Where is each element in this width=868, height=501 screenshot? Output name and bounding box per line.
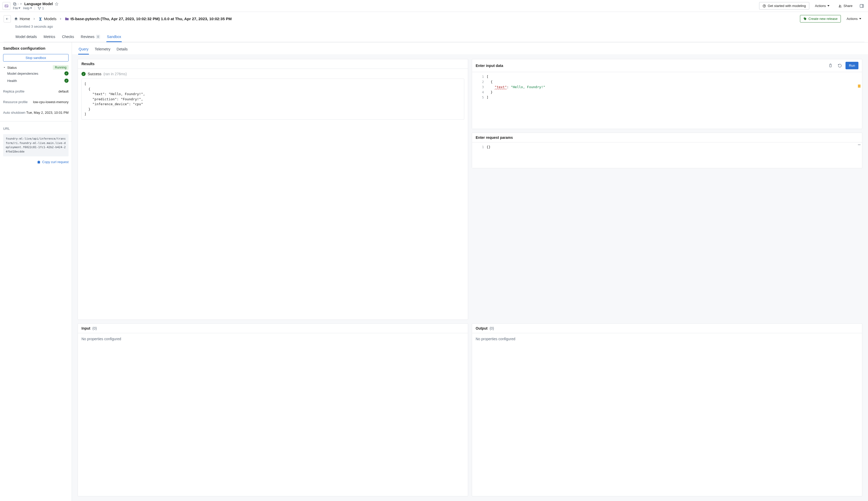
svg-rect-10 [860,4,864,8]
folder-icon [65,17,69,21]
breadcrumb-current: t5-base-pytorch (Thu, Apr 27, 2023, 10:0… [65,17,232,21]
tag-icon [803,17,807,21]
release-actions-button[interactable]: Actions [844,15,864,22]
breadcrumb-current-label: t5-base-pytorch (Thu, Apr 27, 2023, 10:0… [70,17,232,21]
reviews-count-badge: 0 [96,35,100,39]
chevron-right-icon [33,17,36,20]
svg-rect-2 [14,3,16,5]
back-button[interactable] [4,15,11,22]
create-release-button[interactable]: Create new release [800,15,841,22]
result-json[interactable]: [ { "text": "Hello, Foundry!", "predicti… [82,78,464,120]
chevron-down-icon [3,66,6,69]
copy-curl-button[interactable]: Copy curl request [3,160,68,164]
release-actions-label: Actions [847,17,858,21]
subtab-details[interactable]: Details [116,45,128,54]
svg-point-3 [38,7,39,8]
clipboard-icon [37,160,41,164]
menu-file-label: File [13,7,18,10]
copy-curl-label: Copy curl request [42,160,68,164]
menu-help-label: Help [23,7,30,10]
auto-shutdown-label: Auto shutdown [3,111,25,115]
get-started-button[interactable]: Get started with modeling [759,2,809,10]
tab-sandbox[interactable]: Sandbox [106,32,121,42]
request-params-editor[interactable]: 1 {} [472,142,862,168]
create-release-label: Create new release [808,17,838,21]
caret-down-icon [30,8,32,9]
help-circle-icon [762,4,766,8]
caret-down-icon [18,8,20,9]
main: Query Telemetry Details Enter input data [72,42,868,501]
editor-gutter: 1 [472,142,487,168]
replica-value: default [59,89,68,93]
people-icon [838,4,842,8]
svg-point-11 [804,18,805,18]
branch-indicator[interactable]: 1 [38,7,44,10]
svg-rect-1 [13,3,15,5]
chevron-right-icon [20,3,22,5]
sidebar: Sandbox configuration Stop sandbox Statu… [0,42,72,501]
branch-icon [38,7,41,10]
svg-point-5 [39,9,40,9]
topbar-actions-button[interactable]: Actions [812,2,833,9]
status-section-toggle[interactable]: Status Running [3,65,68,70]
output-schema-title: Output [476,326,488,330]
stop-sandbox-button[interactable]: Stop sandbox [3,54,68,62]
status-label: Status [7,66,17,70]
check-circle-icon: ✓ [64,78,68,83]
tab-metrics[interactable]: Metrics [43,32,56,42]
share-button[interactable]: Share [835,2,856,9]
branch-count: 1 [42,7,44,10]
model-deps-row: Model dependencies ✓ [3,70,68,77]
breadcrumb-models-label: Models [44,17,56,21]
tab-checks[interactable]: Checks [62,32,75,42]
subtab-telemetry[interactable]: Telemetry [94,45,111,54]
warning-marker-icon [858,85,860,88]
star-icon[interactable] [55,2,59,6]
input-schema-panel: Input (0) No properties configured [77,323,468,496]
svg-point-8 [839,5,840,6]
clipboard-button[interactable] [827,62,834,69]
topbar-left: - Language Model File Help 1 [13,2,59,10]
editor-code[interactable]: [ { "text": "Hello, Foundry!" }] [487,72,862,129]
input-schema-empty: No properties configured [78,333,468,344]
tab-reviews-label: Reviews [81,35,94,39]
menu-help[interactable]: Help [23,7,32,10]
resource-value: low-cpu-lowest-memory [33,100,68,104]
panel-right-icon[interactable] [858,2,865,10]
health-label: Health [7,79,17,83]
tab-reviews[interactable]: Reviews 0 [80,32,100,42]
result-status-label: Success [88,72,102,76]
breadcrumb: Home Models t5-base-pytorch (Thu, Apr 27… [14,17,232,21]
breadcrumb-home[interactable]: Home [14,17,30,21]
breadcrumb-home-label: Home [20,17,30,21]
crumb-prefix: - [18,2,19,6]
reset-button[interactable] [836,62,844,69]
subtab-query[interactable]: Query [78,45,89,54]
crumb-container-icon[interactable]: - [13,2,22,6]
menu-file[interactable]: File [13,7,20,10]
input-data-editor[interactable]: 12345 [ { "text": "Hello, Foundry!" }] [472,72,862,129]
body: Sandbox configuration Stop sandbox Statu… [0,42,868,501]
breadcrumb-models[interactable]: Models [38,17,56,21]
editor-gutter: 12345 [472,72,487,129]
input-schema-title: Input [82,326,90,330]
refresh-icon [838,64,842,68]
app-icon[interactable] [3,2,10,10]
run-button[interactable]: Run [846,62,858,69]
page-title: Language Model [24,2,53,6]
workspace: Enter input data Run 12345 [ { "text": "… [72,54,868,501]
tab-model-details[interactable]: Model details [15,32,38,42]
status-badge: Running [53,65,68,70]
auto-shutdown-row: Auto shutdown Tue, May 2, 2023, 10:01 PM [3,109,68,116]
url-value[interactable]: foundry-ml-live/api/inference/transform/… [3,134,68,157]
result-timing: (ran in 276ms) [104,72,127,76]
svg-point-9 [840,5,841,6]
input-data-title: Enter input data [476,64,503,68]
editor-code[interactable]: {} [487,142,862,168]
submitted-text: Submitted 3 seconds ago [4,24,864,29]
health-row: Health ✓ [3,77,68,84]
svg-point-4 [40,7,40,8]
url-label: URL [3,127,68,130]
check-circle-icon: ✓ [64,71,68,75]
divider [0,121,72,121]
